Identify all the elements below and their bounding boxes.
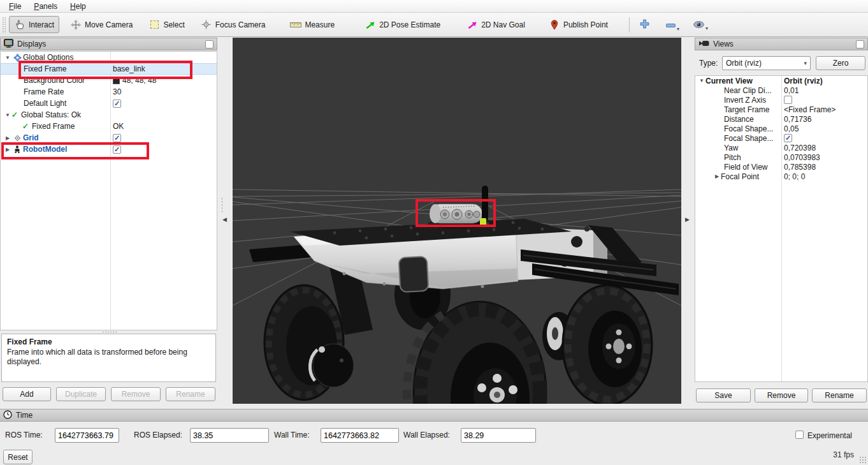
tree-row-global-options[interactable]: ▼ Global Options (1, 52, 217, 63)
displays-tree: ▼ Global Options Fixed Frame base_link B… (0, 51, 217, 330)
background-color-value[interactable]: 48; 48; 48 (122, 76, 156, 85)
focal-point-value[interactable]: 0; 0; 0 (784, 172, 805, 181)
target-frame-value[interactable]: <Fixed Frame> (784, 105, 835, 114)
measure-tool-button[interactable]: Measure (285, 17, 340, 33)
menu-help[interactable]: Help (64, 1, 92, 12)
visibility-dropdown-caret[interactable]: ▾ (705, 26, 708, 31)
fixed-frame-value[interactable]: base_link (113, 64, 145, 73)
displays-panel: Displays ▼ Global Options Fixed Frame ba… (0, 38, 217, 404)
move-camera-tool-label: Move Camera (85, 20, 133, 29)
expander-icon[interactable]: ▼ (4, 112, 11, 118)
time-panel-title: Time (16, 411, 33, 420)
view-type-combobox[interactable]: Orbit (rviz) ▾ (722, 56, 811, 70)
tree-row-yaw[interactable]: Yaw 0,720398 (695, 143, 867, 152)
tree-row-focal-shape-size[interactable]: Focal Shape... 0,05 (695, 124, 867, 133)
menu-file[interactable]: File (3, 1, 27, 12)
wall-elapsed-input[interactable] (461, 428, 536, 443)
tree-row-near-clip[interactable]: Near Clip Di... 0,01 (695, 85, 867, 95)
tree-row-frame-rate[interactable]: Frame Rate 30 (1, 86, 217, 98)
wall-time-input[interactable] (321, 428, 399, 443)
tree-row-default-light[interactable]: Default Light ✓ (1, 98, 217, 109)
tree-row-background-color[interactable]: Background Color 48; 48; 48 (1, 75, 217, 86)
resize-grip[interactable] (859, 456, 867, 464)
frame-rate-value[interactable]: 30 (113, 87, 121, 96)
interact-tool-button[interactable]: Interact (9, 16, 59, 33)
tree-row-focal-shape-fixed[interactable]: Focal Shape... ✓ (695, 133, 867, 143)
tree-row-global-status[interactable]: ▼ ✓ Global Status: Ok (1, 109, 217, 121)
color-swatch[interactable] (113, 77, 120, 84)
zero-view-button[interactable]: Zero (816, 56, 865, 70)
help-body: Frame into which all data is transformed… (7, 348, 210, 367)
right-splitter[interactable]: ▶ (681, 38, 695, 404)
tree-row-distance[interactable]: Distance 0,71736 (695, 114, 867, 124)
expander-icon[interactable]: ▶ (4, 147, 11, 152)
tree-row-current-view[interactable]: ▼ Current View Orbit (rviz) (695, 76, 867, 85)
tree-row-invert-z[interactable]: Invert Z Axis (695, 95, 867, 105)
expander-icon[interactable]: ▶ (713, 173, 721, 179)
tree-row-grid[interactable]: ▶ Grid ✓ (1, 132, 217, 144)
publish-point-tool-button[interactable]: Publish Point (544, 16, 613, 34)
focal-shape-fixed-checkbox[interactable]: ✓ (784, 134, 792, 142)
row-label: Focal Shape... (724, 124, 773, 133)
toolbar-drag-handle[interactable] (2, 17, 6, 33)
reset-time-button[interactable]: Reset (3, 450, 33, 464)
add-tool-button[interactable] (636, 17, 653, 33)
tree-row-focal-point[interactable]: ▶ Focal Point 0; 0; 0 (695, 172, 867, 181)
displays-panel-header[interactable]: Displays (0, 38, 217, 50)
focus-camera-tool-button[interactable]: Focus Camera (196, 16, 271, 33)
distance-value[interactable]: 0,71736 (784, 115, 811, 124)
tree-row-target-frame[interactable]: Target Frame <Fixed Frame> (695, 105, 867, 114)
collapse-right-arrow-icon[interactable]: ▶ (685, 216, 690, 223)
save-view-button[interactable]: Save (696, 388, 751, 402)
remove-tool-dropdown-caret[interactable]: ▾ (677, 26, 679, 32)
near-clip-value[interactable]: 0,01 (784, 86, 799, 95)
move-camera-tool-button[interactable]: Move Camera (65, 16, 138, 34)
help-title: Fixed Frame (7, 337, 210, 348)
expander-icon[interactable]: ▶ (4, 135, 11, 141)
grid-enabled-checkbox[interactable]: ✓ (113, 134, 121, 142)
ros-elapsed-input[interactable] (190, 428, 269, 443)
views-panel-header[interactable]: Views (695, 38, 868, 50)
displays-icon (4, 39, 13, 50)
nav-goal-tool-button[interactable]: 2D Nav Goal (461, 16, 530, 34)
views-panel-float-button[interactable] (856, 40, 864, 48)
pose-estimate-tool-button[interactable]: 2D Pose Estimate (359, 16, 445, 34)
select-tool-button[interactable]: Select (143, 17, 189, 33)
left-splitter[interactable]: ◀ (217, 38, 233, 404)
expander-icon[interactable]: ▼ (698, 78, 705, 84)
tree-row-pitch[interactable]: Pitch 0,0703983 (695, 152, 867, 162)
tree-row-robot-model[interactable]: ▶ RobotModel ✓ (1, 144, 217, 155)
invert-z-checkbox[interactable] (784, 96, 792, 104)
field-of-view-value[interactable]: 0,785398 (784, 163, 816, 172)
menu-panels[interactable]: Panels (27, 1, 64, 12)
experimental-label: Experimental (807, 431, 852, 440)
add-display-button[interactable]: Add (3, 387, 51, 401)
fps-counter: 31 fps (833, 450, 854, 459)
ros-time-input[interactable] (55, 428, 119, 443)
tree-row-fixed-frame[interactable]: Fixed Frame base_link (1, 63, 217, 75)
experimental-checkbox[interactable] (795, 431, 804, 439)
focal-shape-size-value[interactable]: 0,05 (784, 124, 799, 133)
default-light-checkbox[interactable]: ✓ (113, 100, 121, 108)
displays-panel-float-button[interactable] (205, 40, 213, 48)
tree-row-field-of-view[interactable]: Field of View 0,785398 (695, 162, 867, 172)
views-panel: Views Type: Orbit (rviz) ▾ Zero ▼ Curren… (695, 38, 868, 404)
time-panel: Time ROS Time: ROS Elapsed: Wall Time: W… (0, 409, 868, 465)
remove-view-button[interactable]: Remove (755, 388, 808, 402)
collapse-left-arrow-icon[interactable]: ◀ (222, 216, 227, 223)
move-arrows-icon (70, 20, 82, 30)
row-label: Current View (705, 77, 753, 85)
tool-visibility-button[interactable]: ▾ (690, 17, 711, 33)
help-splitter-handle[interactable] (102, 331, 117, 333)
combo-dropdown-caret[interactable]: ▾ (804, 60, 807, 66)
time-panel-header[interactable]: Time (0, 409, 868, 422)
tree-row-fixed-frame-status[interactable]: ✓ Fixed Frame OK (1, 121, 217, 132)
yaw-value[interactable]: 0,720398 (784, 144, 816, 152)
expander-icon[interactable]: ▼ (4, 55, 11, 61)
robot-model-enabled-checkbox[interactable]: ✓ (113, 145, 121, 154)
remove-tool-button[interactable]: ▾ (662, 18, 682, 32)
render-viewport[interactable] (233, 38, 681, 404)
row-label: Grid (23, 133, 39, 142)
rename-view-button[interactable]: Rename (812, 388, 867, 402)
pitch-value[interactable]: 0,0703983 (784, 153, 820, 162)
